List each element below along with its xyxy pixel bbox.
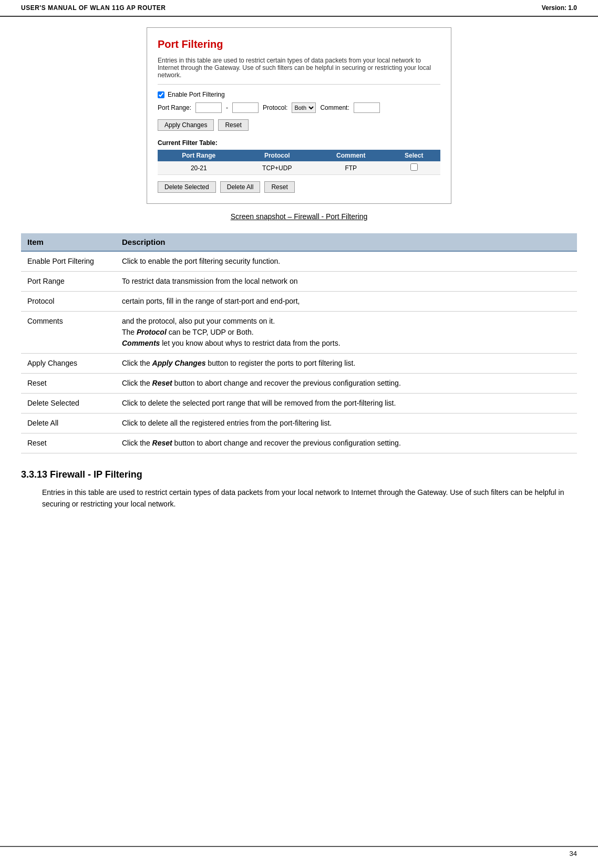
protocol-bold: Protocol [137,328,167,336]
desc-item-apply: Apply Changes [21,354,116,374]
bottom-buttons: Delete Selected Delete All Reset [158,181,440,193]
desc-row-portrange: Port Range To restrict data transmission… [21,272,577,292]
td-comment: FTP [314,161,388,175]
desc-item-reset1: Reset [21,374,116,394]
protocol-select[interactable]: Both TCP UDP [292,102,316,113]
desc-desc-protocol: certain ports, fill in the range of star… [116,292,577,312]
desc-desc-comments: and the protocol, also put your comments… [116,312,577,354]
screenshot-box: Port Filtering Entries in this table are… [147,27,451,204]
section-body: Entries in this table are used to restri… [21,487,577,510]
protocol-label: Protocol: [263,104,287,111]
filter-table: Port Range Protocol Comment Select 20-21… [158,150,440,175]
reset2-bold: Reset [152,439,172,447]
enable-label: Enable Port Filtering [168,91,225,98]
delete-all-button[interactable]: Delete All [220,181,261,193]
pf-form-row: Port Range: - Protocol: Both TCP UDP Com… [158,102,440,113]
comments-bold: Comments [122,339,160,347]
desc-desc-reset1: Click the Reset button to abort change a… [116,374,577,394]
td-protocol: TCP+UDP [240,161,314,175]
table-row: 20-21 TCP+UDP FTP [158,161,440,175]
desc-col-description: Description [116,233,577,251]
reset-button-top[interactable]: Reset [218,119,248,131]
enable-port-filtering-checkbox[interactable] [158,91,164,98]
desc-row-enable: Enable Port Filtering Click to enable th… [21,251,577,272]
desc-row-comments: Comments and the protocol, also put your… [21,312,577,354]
desc-item-portrange: Port Range [21,272,116,292]
td-select [388,161,440,175]
th-select: Select [388,150,440,161]
desc-row-apply: Apply Changes Click the Apply Changes bu… [21,354,577,374]
desc-row-delete-selected: Delete Selected Click to delete the sele… [21,394,577,414]
desc-desc-delete-all: Click to delete all the registered entri… [116,414,577,433]
pf-buttons: Apply Changes Reset [158,119,440,131]
screenshot-caption: Screen snapshot – Firewall - Port Filter… [21,212,577,221]
desc-desc-apply: Click the Apply Changes button to regist… [116,354,577,374]
td-port-range: 20-21 [158,161,240,175]
desc-row-delete-all: Delete All Click to delete all the regis… [21,414,577,433]
desc-desc-delete-selected: Click to delete the selected port range … [116,394,577,414]
comment-label: Comment: [320,104,349,111]
apply-changes-button[interactable]: Apply Changes [158,119,214,131]
desc-col-item: Item [21,233,116,251]
main-content: Port Filtering Entries in this table are… [0,27,598,510]
pf-enable-row: Enable Port Filtering [158,91,440,98]
desc-item-comments: Comments [21,312,116,354]
port-range-label: Port Range: [158,104,191,111]
version-label: Version: 1.0 [542,4,577,12]
page-header: USER'S MANUAL OF WLAN 11G AP ROUTER Vers… [0,0,598,17]
desc-item-reset2: Reset [21,433,116,453]
reset1-bold: Reset [152,379,172,387]
pf-desc: Entries in this table are used to restri… [158,57,440,85]
desc-desc-portrange: To restrict data transmission from the l… [116,272,577,292]
desc-table: Item Description Enable Port Filtering C… [21,233,577,453]
current-filter-label: Current Filter Table: [158,139,440,147]
comment-input[interactable] [354,102,380,113]
desc-item-enable: Enable Port Filtering [21,251,116,272]
section-heading: 3.3.13 Firewall - IP Filtering [21,469,577,480]
desc-desc-reset2: Click the Reset button to abort change a… [116,433,577,453]
th-protocol: Protocol [240,150,314,161]
port-range-start[interactable] [195,102,222,113]
th-comment: Comment [314,150,388,161]
desc-item-delete-selected: Delete Selected [21,394,116,414]
pf-title: Port Filtering [158,38,440,50]
row-select-checkbox[interactable] [410,163,418,171]
desc-item-delete-all: Delete All [21,414,116,433]
desc-row-reset1: Reset Click the Reset button to abort ch… [21,374,577,394]
bottom-border [0,846,598,847]
port-range-sep: - [226,104,228,111]
apply-bold: Apply Changes [152,359,206,367]
reset-button-bottom[interactable]: Reset [264,181,294,193]
desc-row-protocol: Protocol certain ports, fill in the rang… [21,292,577,312]
desc-item-protocol: Protocol [21,292,116,312]
desc-row-reset2: Reset Click the Reset button to abort ch… [21,433,577,453]
desc-desc-enable: Click to enable the port filtering secur… [116,251,577,272]
manual-title: USER'S MANUAL OF WLAN 11G AP ROUTER [21,4,166,12]
page-footer: 34 [570,850,577,857]
port-range-end[interactable] [232,102,259,113]
th-port-range: Port Range [158,150,240,161]
delete-selected-button[interactable]: Delete Selected [158,181,216,193]
